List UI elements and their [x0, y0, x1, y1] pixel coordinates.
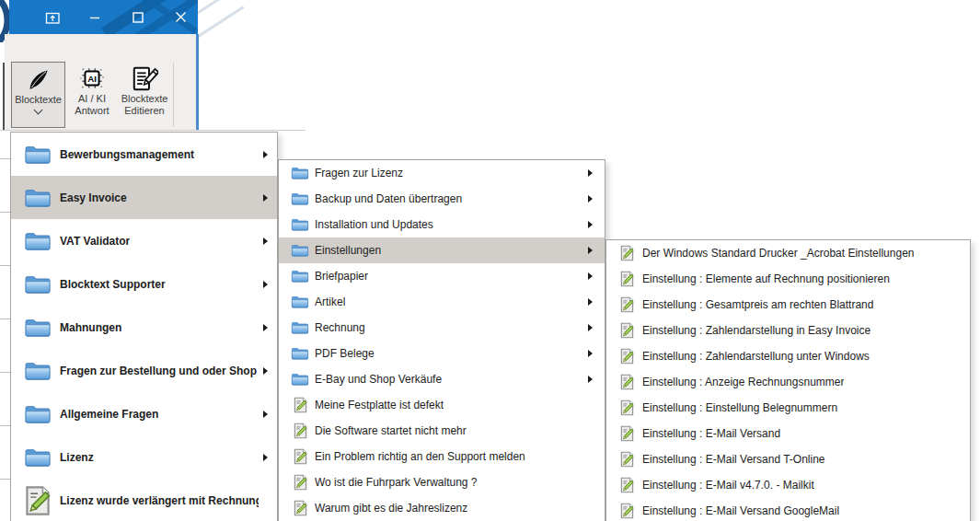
- menu-item[interactable]: Rechnung: [279, 315, 605, 341]
- menu-item[interactable]: Einstellung : Gesamtpreis am rechten Bla…: [606, 292, 970, 318]
- menu-item[interactable]: Bewerbungsmanagement: [11, 133, 277, 176]
- menu-item-label: Installation und Updates: [315, 218, 433, 231]
- menu-item[interactable]: Einstellung : E-Mail v4.7.0. - Mailkit: [606, 472, 970, 498]
- menu-item-label: Einstellung : Zahlendarstellung unter Wi…: [642, 350, 870, 363]
- submenu-arrow-icon: [263, 194, 268, 202]
- menu-item-label: PDF Belege: [315, 347, 375, 360]
- menu-item[interactable]: Einstellung : Zahlendarstellung unter Wi…: [606, 343, 970, 369]
- note-edit-icon: [291, 499, 309, 517]
- menu-item[interactable]: Lizenz: [11, 435, 277, 479]
- menu-item[interactable]: Wo ist die Fuhrpark Verwaltung ?: [279, 469, 605, 495]
- note-edit-icon: [619, 347, 634, 365]
- close-icon: [175, 11, 187, 23]
- minimize-button[interactable]: [81, 0, 109, 34]
- menu-item[interactable]: Artikel: [279, 289, 605, 315]
- menu-item[interactable]: Lizenz wurde verlängert mit Rechnung: [11, 479, 277, 521]
- menu-item[interactable]: Ein Problem richtig an den Support melde…: [279, 444, 605, 469]
- menu-item[interactable]: Fragen zur Lizenz: [279, 160, 605, 186]
- note-edit-icon: [619, 270, 634, 288]
- menu-item-label: Der Windows Standard Drucker _Acrobat Ei…: [642, 247, 914, 260]
- menu-item[interactable]: VAT Validator: [11, 219, 277, 262]
- note-edit-icon: [291, 422, 309, 440]
- menu-item-label: Einstellung : Einstellung Belegnummern: [642, 401, 837, 414]
- maximize-button[interactable]: [124, 0, 152, 34]
- submenu-easy-invoice: Fragen zur Lizenz Backup und Daten übert…: [278, 159, 605, 521]
- menu-item-label: Bewerbungsmanagement: [60, 148, 194, 161]
- menu-item[interactable]: Einstellung : Zahlendarstellung in Easy …: [606, 318, 970, 343]
- menu-item[interactable]: Einstellungen: [279, 237, 605, 263]
- menu-item-label: Easy Invoice: [60, 191, 127, 204]
- note-edit-icon: [619, 424, 634, 443]
- menu-item[interactable]: Allgemeine Fragen: [11, 392, 277, 435]
- menu-item[interactable]: Briefpapier: [279, 263, 605, 289]
- submenu-arrow-icon: [588, 376, 593, 383]
- blocktexte-editieren-button[interactable]: Blocktexte Editieren: [114, 62, 175, 128]
- background-row-divider: [0, 425, 10, 426]
- restore-up-button[interactable]: [39, 0, 66, 34]
- note-edit-icon: [619, 476, 634, 494]
- menu-item[interactable]: Backup und Daten übertragen: [279, 186, 605, 212]
- menu-item-label: Ein Problem richtig an den Support melde…: [315, 450, 525, 463]
- menu-item-label: Warum gibt es die Jahreslizenz: [315, 502, 467, 515]
- submenu-arrow-icon: [263, 151, 268, 158]
- menu-item-label: Wo ist die Fuhrpark Verwaltung ?: [315, 476, 478, 489]
- menu-item[interactable]: Easy Invoice: [11, 176, 277, 219]
- background-row-divider: [0, 479, 10, 480]
- menu-item[interactable]: E-Bay und Shop Verkäufe: [279, 366, 605, 392]
- chevron-down-icon: [34, 106, 43, 115]
- folder-icon: [291, 318, 309, 337]
- background-row-divider: [0, 265, 10, 266]
- menu-item-label: Fragen zur Bestellung und oder Shop: [60, 365, 257, 377]
- background-row-divider: [0, 318, 10, 319]
- titlebar: [9, 0, 198, 34]
- menu-item[interactable]: Der Windows Standard Drucker _Acrobat Ei…: [606, 240, 970, 266]
- menu-item[interactable]: Fragen zur Bestellung und oder Shop: [11, 349, 277, 392]
- menu-item[interactable]: Einstellung : Elemente auf Rechnung posi…: [606, 266, 970, 292]
- submenu-arrow-icon: [263, 324, 268, 331]
- note-edit-icon: [619, 295, 634, 314]
- toolbar-separator: [173, 63, 174, 127]
- menu-item[interactable]: Einstellung : E-Mail Versand: [606, 421, 970, 446]
- menu-item[interactable]: Einstellung : Anzeige Rechnungsnummer: [606, 369, 970, 395]
- menu-item-label: VAT Validator: [60, 235, 130, 248]
- submenu-arrow-icon: [588, 247, 593, 254]
- menu-item-label: Artikel: [315, 295, 345, 308]
- menu-item-label: Blocktext Supporter: [60, 278, 166, 291]
- submenu-einstellungen: Der Windows Standard Drucker _Acrobat Ei…: [605, 239, 971, 521]
- folder-icon: [291, 215, 309, 234]
- folder-icon: [24, 268, 52, 301]
- menu-item[interactable]: Warum gibt es die Jahreslizenz: [279, 495, 605, 521]
- folder-icon: [291, 267, 309, 285]
- menu-item[interactable]: Meine Festplatte ist defekt: [279, 392, 605, 418]
- folder-icon: [24, 181, 52, 214]
- note-edit-icon: [619, 502, 634, 520]
- menu-item[interactable]: Blocktext Supporter: [11, 262, 277, 306]
- restore-up-icon: [45, 10, 61, 25]
- note-edit-icon: [291, 396, 309, 414]
- edit-document-icon: [132, 64, 158, 93]
- close-button[interactable]: [167, 0, 194, 34]
- background-row-divider: [0, 372, 10, 373]
- menu-item-label: Einstellung : Zahlendarstellung in Easy …: [642, 324, 870, 337]
- menu-item[interactable]: PDF Belege: [279, 341, 605, 366]
- blocktexte-button[interactable]: Blocktexte: [11, 62, 65, 128]
- folder-icon: [24, 398, 52, 431]
- ai-chip-icon: AI: [79, 64, 105, 93]
- note-edit-icon: [619, 244, 634, 262]
- submenu-arrow-icon: [263, 411, 268, 418]
- submenu-arrow-icon: [588, 298, 593, 306]
- menu-item-label: E-Bay und Shop Verkäufe: [315, 373, 442, 386]
- menu-item[interactable]: Einstellung : E-Mail Versand T-Online: [606, 446, 970, 472]
- menu-blocktext-categories: Bewerbungsmanagement Easy Invoice VAT Va…: [10, 132, 278, 521]
- folder-icon: [24, 225, 52, 258]
- ai-ki-antwort-button[interactable]: AI AI / KI Antwort: [69, 62, 115, 128]
- menu-item[interactable]: Einstellung : E-Mail Versand GoogleMail: [606, 498, 970, 521]
- menu-item[interactable]: Einstellung : Einstellung Belegnummern: [606, 395, 970, 421]
- menu-item-label: Lizenz: [60, 451, 94, 464]
- menu-item[interactable]: Mahnungen: [11, 306, 277, 349]
- menu-item[interactable]: Installation und Updates: [279, 212, 605, 237]
- background-row-divider: [0, 158, 10, 159]
- menu-item-label: Einstellung : E-Mail Versand: [642, 427, 780, 440]
- menu-item-label: Rechnung: [315, 321, 365, 334]
- menu-item[interactable]: Die Software startet nicht mehr: [279, 418, 605, 444]
